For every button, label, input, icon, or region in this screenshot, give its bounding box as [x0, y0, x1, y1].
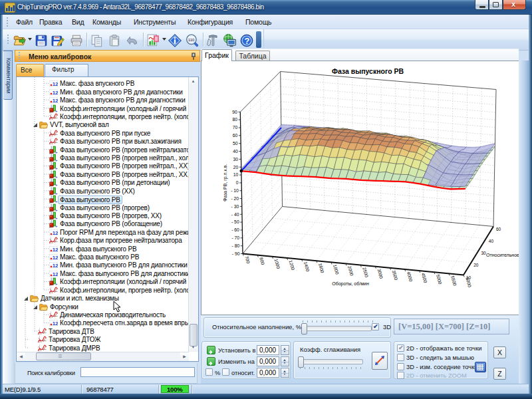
svg-text:Фаза РВ, гр.п.к.в.: Фаза РВ, гр.п.к.в.: [223, 164, 228, 201]
svg-text:90: 90: [232, 110, 237, 114]
svg-text:2500: 2500: [362, 267, 369, 278]
svg-text:70: 70: [233, 125, 238, 130]
svg-text:- 20: - 20: [231, 196, 239, 201]
svg-text:110: 110: [188, 37, 195, 42]
svg-text:5500: 5500: [450, 275, 458, 287]
svg-text:4500: 4500: [421, 273, 428, 284]
svg-text:40: 40: [489, 239, 494, 243]
svg-text:- 80: - 80: [232, 243, 240, 248]
svg-text:Фаза выпускного РВ: Фаза выпускного РВ: [332, 67, 404, 75]
svg-text:50: 50: [233, 141, 238, 146]
svg-text:- 10: - 10: [231, 188, 239, 193]
svg-text:3000: 3000: [376, 268, 384, 279]
svg-text:- 90: - 90: [232, 251, 240, 256]
svg-text:4000: 4000: [406, 271, 414, 283]
svg-text:30: 30: [481, 251, 487, 255]
svg-text:800: 800: [259, 257, 265, 265]
svg-text:- 30: - 30: [231, 204, 239, 209]
svg-text:40: 40: [233, 149, 238, 154]
svg-text:1200: 1200: [289, 260, 296, 271]
svg-text:2000: 2000: [347, 265, 354, 277]
svg-text:0: 0: [236, 180, 239, 185]
svg-text:3500: 3500: [392, 269, 399, 281]
svg-text:20: 20: [473, 263, 479, 267]
svg-text:?: ?: [245, 36, 250, 46]
svg-text:- 50: - 50: [231, 219, 239, 224]
svg-text:Обороты, об/мин: Обороты, об/мин: [332, 281, 369, 287]
svg-text:1600: 1600: [318, 263, 325, 274]
svg-text:- 70: - 70: [231, 235, 239, 240]
svg-text:80: 80: [232, 117, 237, 122]
svg-text:60: 60: [233, 133, 238, 138]
svg-text:60: 60: [496, 227, 501, 231]
svg-text:10: 10: [466, 275, 471, 280]
svg-text:1000: 1000: [274, 258, 281, 269]
svg-text:Относительное н: Относительное н: [486, 253, 519, 257]
svg-text:10: 10: [233, 172, 239, 177]
svg-text:1400: 1400: [303, 261, 311, 273]
svg-text:20: 20: [233, 165, 239, 170]
svg-text:700: 700: [244, 255, 251, 264]
svg-text:30: 30: [233, 157, 238, 162]
svg-text:1800: 1800: [332, 264, 340, 275]
svg-text:- 40: - 40: [231, 212, 239, 217]
svg-text:- 60: - 60: [231, 227, 239, 232]
svg-text:5000: 5000: [436, 274, 443, 285]
